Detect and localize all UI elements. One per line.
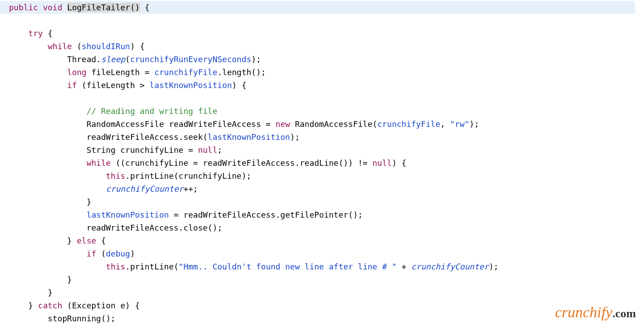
text: ) {: [130, 42, 145, 51]
text: );: [470, 119, 479, 129]
string-literal: "rw": [450, 119, 469, 129]
brace: }: [86, 197, 91, 206]
text: );: [251, 55, 261, 64]
field-crunchifyCounter: crunchifyCounter: [411, 262, 489, 271]
text: (: [125, 55, 130, 64]
type: RandomAccessFile: [86, 119, 169, 129]
text: .printLine(crunchifyLine);: [125, 171, 251, 181]
keyword-while: while: [48, 42, 72, 51]
keyword-new: new: [275, 119, 290, 129]
watermark-brand: crunchify: [555, 304, 612, 320]
text: (: [72, 42, 82, 51]
text: ++;: [183, 184, 198, 193]
string-literal: "Hmm.. Couldn't found new line after lin…: [178, 262, 397, 271]
keyword-try: try: [28, 29, 43, 38]
field-debug: debug: [106, 249, 130, 258]
type: RandomAccessFile(: [290, 119, 377, 129]
field-shouldIRun: shouldIRun: [82, 42, 130, 51]
text: ,: [441, 119, 450, 129]
keyword-long: long: [67, 67, 86, 77]
text: ) {: [232, 80, 247, 90]
brace: }: [48, 288, 53, 297]
comment: // Reading and writing file: [86, 106, 217, 116]
text: }: [67, 236, 77, 245]
keyword-if: if: [86, 249, 96, 258]
highlighted-line: public void LogFileTailer() {: [0, 1, 635, 14]
text: (Exception e) {: [62, 301, 140, 310]
field-runEvery: crunchifyRunEveryNSeconds: [130, 55, 251, 64]
keyword-public: public: [9, 3, 38, 12]
brace: {: [43, 29, 53, 38]
var: readWriteFileAccess =: [169, 119, 275, 129]
text: readWriteFileAccess.close();: [86, 223, 222, 232]
text: {: [96, 236, 106, 245]
text: ;: [217, 145, 222, 155]
field-lastKnownPosition: lastKnownPosition: [86, 210, 169, 219]
keyword-this: this: [106, 171, 125, 181]
text: +: [397, 262, 411, 271]
text: (fileLength >: [77, 80, 150, 90]
keyword-while: while: [86, 158, 110, 168]
watermark-dotcom: .com: [612, 307, 636, 320]
static-method: sleep: [101, 55, 125, 64]
field-lastKnownPosition: lastKnownPosition: [149, 80, 232, 90]
text: fileLength =: [86, 67, 154, 77]
field-crunchifyCounter: crunchifyCounter: [106, 184, 183, 193]
field-crunchifyFile: crunchifyFile: [377, 119, 441, 129]
brace: {: [140, 3, 150, 12]
text: = readWriteFileAccess.getFilePointer();: [169, 210, 363, 219]
method-name: LogFileTailer: [67, 3, 130, 12]
keyword-catch: catch: [38, 301, 62, 310]
text: ) {: [392, 158, 407, 168]
keyword-if: if: [67, 80, 77, 90]
text: readWriteFileAccess.seek(: [86, 132, 208, 142]
keyword-this: this: [106, 262, 125, 271]
text: ): [130, 249, 135, 258]
text: String crunchifyLine =: [86, 145, 198, 155]
code-block: public void LogFileTailer() { try { whil…: [0, 0, 644, 325]
text: }: [28, 301, 38, 310]
method-parens: (): [130, 3, 140, 12]
text: .length();: [217, 67, 266, 77]
text: ((crunchifyLine = readWriteFileAccess.re…: [111, 158, 373, 168]
class-ref: Thread.: [67, 55, 101, 64]
brace: }: [67, 275, 72, 284]
field-lastKnownPosition: lastKnownPosition: [208, 132, 290, 142]
keyword-else: else: [77, 236, 96, 245]
text: .printLine(: [125, 262, 178, 271]
text: stopRunning();: [48, 314, 116, 323]
text: );: [290, 132, 300, 142]
keyword-null: null: [373, 158, 392, 168]
text: );: [489, 262, 499, 271]
keyword-null: null: [198, 145, 217, 155]
text: (: [96, 249, 106, 258]
keyword-void: void: [43, 3, 62, 12]
field-crunchifyFile: crunchifyFile: [154, 67, 217, 77]
watermark: crunchify.com: [555, 306, 636, 320]
